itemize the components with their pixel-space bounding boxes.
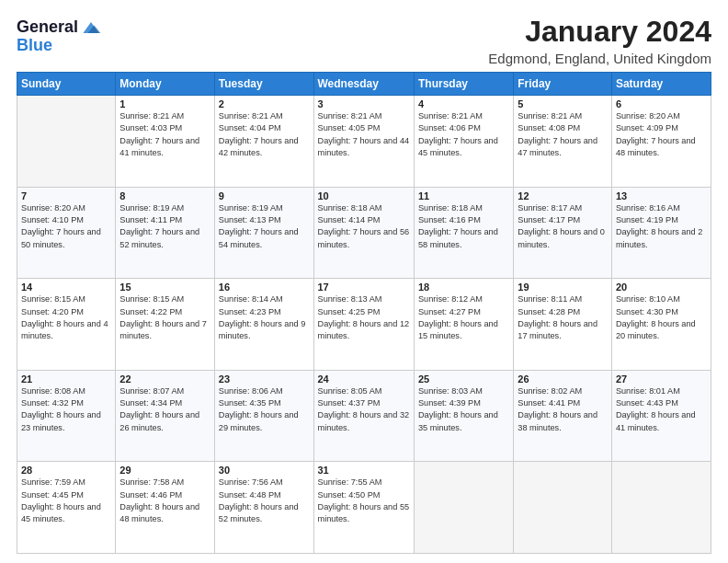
daylight-line: Daylight: 8 hours and 55 minutes. [318, 502, 410, 523]
weekday-saturday: Saturday [611, 73, 711, 96]
sunset-line: Sunset: 4:13 PM [219, 215, 281, 224]
daylight-line: Daylight: 7 hours and 41 minutes. [119, 136, 199, 157]
sunset-line: Sunset: 4:16 PM [418, 215, 481, 224]
sunset-line: Sunset: 4:11 PM [119, 215, 182, 224]
calendar-cell: 8 Sunrise: 8:19 AM Sunset: 4:11 PM Dayli… [116, 187, 214, 279]
sunrise-line: Sunrise: 8:21 AM [318, 111, 382, 121]
daylight-line: Daylight: 7 hours and 56 minutes. [318, 227, 410, 248]
sunrise-line: Sunrise: 8:15 AM [119, 294, 184, 304]
day-number: 11 [418, 190, 509, 201]
weekday-tuesday: Tuesday [214, 73, 313, 96]
weekday-sunday: Sunday [17, 73, 116, 96]
calendar-cell: 28 Sunrise: 7:59 AM Sunset: 4:45 PM Dayl… [17, 462, 116, 554]
calendar-cell: 2 Sunrise: 8:21 AM Sunset: 4:04 PM Dayli… [214, 96, 313, 188]
sunset-line: Sunset: 4:17 PM [518, 215, 580, 224]
sunset-line: Sunset: 4:43 PM [616, 398, 678, 408]
sunset-line: Sunset: 4:41 PM [518, 398, 580, 408]
daylight-line: Daylight: 8 hours and 0 minutes. [518, 227, 605, 248]
day-number: 3 [318, 98, 410, 109]
day-number: 17 [318, 282, 410, 293]
weekday-monday: Monday [116, 73, 214, 96]
daylight-line: Daylight: 8 hours and 17 minutes. [518, 319, 597, 340]
sunset-line: Sunset: 4:46 PM [119, 490, 182, 500]
logo-text-blue: Blue [17, 37, 52, 55]
day-number: 24 [318, 373, 410, 385]
day-number: 19 [518, 282, 608, 293]
day-number: 27 [616, 373, 707, 385]
daylight-line: Daylight: 7 hours and 54 minutes. [219, 227, 299, 248]
day-number: 4 [418, 98, 509, 109]
daylight-line: Daylight: 8 hours and 29 minutes. [219, 410, 299, 431]
daylight-line: Daylight: 7 hours and 48 minutes. [616, 136, 696, 157]
sunrise-line: Sunrise: 8:18 AM [418, 203, 483, 213]
calendar-cell: 29 Sunrise: 7:58 AM Sunset: 4:46 PM Dayl… [116, 462, 214, 554]
calendar-cell: 4 Sunrise: 8:21 AM Sunset: 4:06 PM Dayli… [414, 96, 513, 188]
calendar-cell: 11 Sunrise: 8:18 AM Sunset: 4:16 PM Dayl… [414, 187, 513, 279]
sunset-line: Sunset: 4:37 PM [318, 398, 381, 408]
calendar-cell: 27 Sunrise: 8:01 AM Sunset: 4:43 PM Dayl… [611, 370, 711, 462]
daylight-line: Daylight: 7 hours and 50 minutes. [21, 227, 101, 248]
calendar-cell: 14 Sunrise: 8:15 AM Sunset: 4:20 PM Dayl… [17, 279, 116, 371]
daylight-line: Daylight: 8 hours and 23 minutes. [21, 410, 101, 431]
daylight-line: Daylight: 8 hours and 38 minutes. [518, 410, 597, 431]
calendar-cell: 13 Sunrise: 8:16 AM Sunset: 4:19 PM Dayl… [611, 187, 711, 279]
weekday-wednesday: Wednesday [313, 73, 414, 96]
sunset-line: Sunset: 4:27 PM [418, 307, 481, 316]
sunset-line: Sunset: 4:14 PM [318, 215, 381, 224]
calendar-cell: 21 Sunrise: 8:08 AM Sunset: 4:32 PM Dayl… [17, 370, 116, 462]
sunset-line: Sunset: 4:22 PM [119, 307, 182, 316]
calendar-title: January 2024 [488, 15, 711, 49]
calendar-cell: 25 Sunrise: 8:03 AM Sunset: 4:39 PM Dayl… [414, 370, 513, 462]
sunset-line: Sunset: 4:19 PM [616, 215, 678, 224]
sunset-line: Sunset: 4:04 PM [219, 123, 281, 132]
day-number: 9 [219, 190, 310, 201]
sunset-line: Sunset: 4:25 PM [318, 307, 381, 316]
sunset-line: Sunset: 4:45 PM [21, 490, 84, 500]
calendar-cell: 5 Sunrise: 8:21 AM Sunset: 4:08 PM Dayli… [514, 96, 612, 188]
calendar-cell: 20 Sunrise: 8:10 AM Sunset: 4:30 PM Dayl… [611, 279, 711, 371]
sunrise-line: Sunrise: 8:19 AM [119, 203, 184, 213]
calendar-cell: 16 Sunrise: 8:14 AM Sunset: 4:23 PM Dayl… [214, 279, 313, 371]
sunrise-line: Sunrise: 8:11 AM [518, 294, 582, 304]
calendar-subtitle: Edgmond, England, United Kingdom [488, 51, 711, 66]
page: General Blue January 2024 Edgmond, Engla… [0, 0, 728, 563]
sunrise-line: Sunrise: 7:58 AM [119, 477, 184, 487]
sunrise-line: Sunrise: 8:07 AM [119, 386, 184, 396]
sunrise-line: Sunrise: 8:19 AM [219, 203, 283, 213]
daylight-line: Daylight: 8 hours and 48 minutes. [119, 502, 199, 523]
daylight-line: Daylight: 7 hours and 52 minutes. [119, 227, 199, 248]
day-number: 30 [219, 465, 310, 476]
weekday-header-row: SundayMondayTuesdayWednesdayThursdayFrid… [17, 73, 711, 96]
sunrise-line: Sunrise: 8:15 AM [21, 294, 85, 304]
sunrise-line: Sunrise: 8:18 AM [318, 203, 382, 213]
sunrise-line: Sunrise: 8:06 AM [219, 386, 283, 396]
daylight-line: Daylight: 7 hours and 44 minutes. [318, 136, 410, 157]
sunrise-line: Sunrise: 7:56 AM [219, 477, 283, 487]
daylight-line: Daylight: 7 hours and 45 minutes. [418, 136, 498, 157]
sunrise-line: Sunrise: 8:21 AM [418, 111, 483, 121]
weekday-friday: Friday [514, 73, 612, 96]
sunset-line: Sunset: 4:06 PM [418, 123, 481, 132]
calendar-cell [17, 96, 116, 188]
sunrise-line: Sunrise: 7:59 AM [21, 477, 85, 487]
daylight-line: Daylight: 8 hours and 15 minutes. [418, 319, 498, 340]
week-row-4: 21 Sunrise: 8:08 AM Sunset: 4:32 PM Dayl… [17, 370, 711, 462]
calendar-cell: 3 Sunrise: 8:21 AM Sunset: 4:05 PM Dayli… [313, 96, 414, 188]
day-number: 18 [418, 282, 509, 293]
sunset-line: Sunset: 4:05 PM [318, 123, 381, 132]
sunset-line: Sunset: 4:28 PM [518, 307, 580, 316]
calendar-cell: 26 Sunrise: 8:02 AM Sunset: 4:41 PM Dayl… [514, 370, 612, 462]
calendar-table: SundayMondayTuesdayWednesdayThursdayFrid… [17, 72, 711, 554]
sunrise-line: Sunrise: 8:01 AM [616, 386, 680, 396]
week-row-5: 28 Sunrise: 7:59 AM Sunset: 4:45 PM Dayl… [17, 462, 711, 554]
day-number: 8 [119, 190, 210, 201]
daylight-line: Daylight: 8 hours and 20 minutes. [616, 319, 696, 340]
calendar-cell: 10 Sunrise: 8:18 AM Sunset: 4:14 PM Dayl… [313, 187, 414, 279]
calendar-cell: 22 Sunrise: 8:07 AM Sunset: 4:34 PM Dayl… [116, 370, 214, 462]
calendar-cell: 12 Sunrise: 8:17 AM Sunset: 4:17 PM Dayl… [514, 187, 612, 279]
calendar-cell: 7 Sunrise: 8:20 AM Sunset: 4:10 PM Dayli… [17, 187, 116, 279]
week-row-1: 1 Sunrise: 8:21 AM Sunset: 4:03 PM Dayli… [17, 96, 711, 188]
daylight-line: Daylight: 7 hours and 47 minutes. [518, 136, 597, 157]
calendar-cell [611, 462, 711, 554]
sunrise-line: Sunrise: 8:03 AM [418, 386, 483, 396]
